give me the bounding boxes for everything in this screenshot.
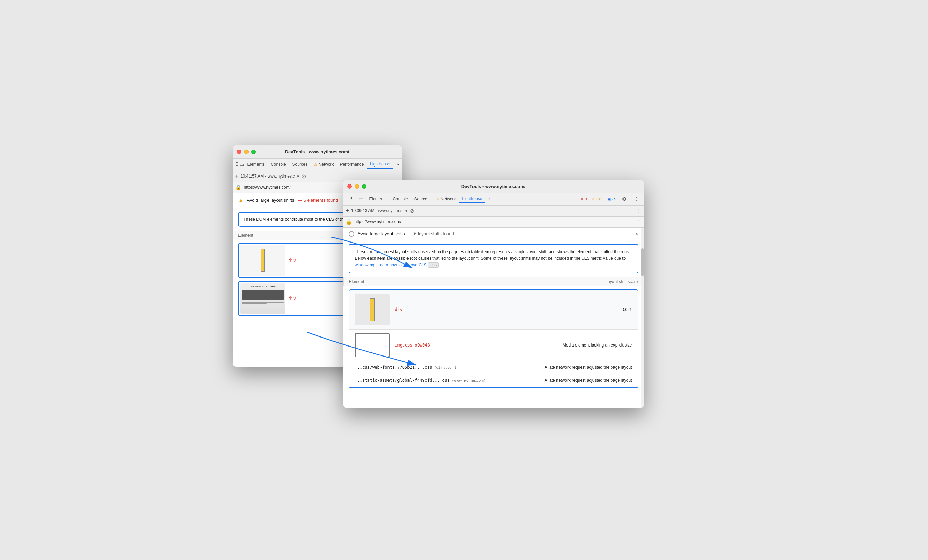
warning-icon-1: ⚠ xyxy=(314,162,317,167)
error-badge-2: ✕ 3 xyxy=(579,196,588,202)
tabs-bar-1: ⠿ ▭ Elements Console Sources ⚠ Network P… xyxy=(233,158,402,171)
audit-title-2: Avoid large layout shifts xyxy=(358,231,405,236)
tab-sources-1[interactable]: Sources xyxy=(290,161,310,168)
more-url-icon-2[interactable]: ⋮ xyxy=(636,208,641,213)
title-bar-2: DevTools - www.nytimes.com/ xyxy=(343,180,644,193)
tab-sources-2[interactable]: Sources xyxy=(412,195,432,203)
url-more-2[interactable]: ⋮ xyxy=(636,219,641,225)
scrollbar[interactable] xyxy=(641,228,644,408)
tab-more-1[interactable]: » xyxy=(394,161,401,168)
info-box-2: These are the largest layout shifts obse… xyxy=(349,244,638,274)
layout-shift-score: 0.021 xyxy=(621,307,632,312)
audit-count-2: — 6 layout shifts found xyxy=(409,231,454,236)
element-card-top: div 0.021 xyxy=(350,290,638,330)
table-header-2: Element Layout shift score xyxy=(343,277,644,286)
resource-row-1: ...css/web-fonts.7705b21....css (g1.nyt.… xyxy=(350,361,638,374)
dropdown-icon-1[interactable]: ▾ xyxy=(297,174,299,179)
settings-icon-2[interactable]: ⚙ xyxy=(620,194,629,204)
audit-circle-2 xyxy=(349,231,354,237)
element-thumb-2: The New York Times xyxy=(240,283,285,314)
traffic-lights-2 xyxy=(347,184,366,189)
resource-desc-1: A late network request adjusted the page… xyxy=(545,364,632,370)
tab-elements-1[interactable]: Elements xyxy=(245,161,267,168)
page-screenshot-thumb: The New York Times xyxy=(240,283,285,314)
audit-row-2[interactable]: Avoid large layout shifts — 6 layout shi… xyxy=(343,228,644,240)
traffic-lights-1 xyxy=(237,149,256,154)
session-time-1: 10:41:57 AM - www.nytimes.c xyxy=(241,174,295,179)
title-bar-1: DevTools - www.nytimes.com/ xyxy=(233,145,402,158)
minimize-button-2[interactable] xyxy=(355,184,359,189)
stop-icon-2[interactable]: ⊘ xyxy=(410,208,414,214)
chevron-up-icon: ∧ xyxy=(635,231,638,236)
sub-element-type: img.css-o9w048 xyxy=(395,343,430,347)
devtools-window-2: DevTools - www.nytimes.com/ ⠿ ▭ Elements… xyxy=(343,180,644,408)
sub-element-row: img.css-o9w048 Media element lacking an … xyxy=(350,330,638,361)
close-button-1[interactable] xyxy=(237,149,241,154)
window-title-1: DevTools - www.nytimes.com/ xyxy=(285,149,350,154)
nyt-icon-1: 🔒 xyxy=(235,184,241,190)
element-thumb-1 xyxy=(240,245,285,276)
url-text-2: https://www.nytimes.com/ xyxy=(355,219,401,224)
tab-lighthouse-2[interactable]: Lighthouse xyxy=(459,195,485,203)
minimize-button-1[interactable] xyxy=(244,149,249,154)
close-button-2[interactable] xyxy=(347,184,352,189)
cls-badge: CLS xyxy=(428,262,439,268)
nyt-icon-2: 🔒 xyxy=(346,219,352,225)
inspect-icon[interactable]: ⠿ xyxy=(235,160,239,169)
tab-network-1[interactable]: ⚠ Network xyxy=(311,161,337,168)
warning-badge-2: ⚠ 219 xyxy=(590,196,604,202)
audit-title-1: Avoid large layout shifts xyxy=(247,198,294,203)
window-title-2: DevTools - www.nytimes.com/ xyxy=(461,184,526,189)
sub-element-desc: Media element lacking an explicit size xyxy=(563,342,632,348)
sub-element-thumb xyxy=(355,333,389,357)
device-icon[interactable]: ▭ xyxy=(240,160,244,169)
warning-icon-2: ⚠ xyxy=(436,197,439,201)
resource-desc-2: A late network request adjusted the page… xyxy=(545,377,632,383)
tab-elements-2[interactable]: Elements xyxy=(367,195,389,203)
inspect-icon-2[interactable]: ⠿ xyxy=(346,194,356,204)
element-type-2: div xyxy=(288,296,296,301)
tab-network-2[interactable]: ⚠ Network xyxy=(433,195,459,203)
url-bar-2: 🔒 https://www.nytimes.com/ ⋮ xyxy=(343,217,644,228)
url-text-1: https://www.nytimes.com/ xyxy=(244,185,291,190)
resource-row-2: ...static-assets/global-f449cfd....css (… xyxy=(350,374,638,387)
resource-domain-2: (www.nytimes.com) xyxy=(452,378,485,382)
tabs-bar-2: ⠿ ▭ Elements Console Sources ⚠ Network L… xyxy=(343,193,644,205)
maximize-button-1[interactable] xyxy=(251,149,256,154)
audit-warning-icon-1: ▲ xyxy=(238,197,244,204)
tab-console-1[interactable]: Console xyxy=(268,161,289,168)
main-thumb xyxy=(355,294,389,325)
stop-icon-1[interactable]: ⊘ xyxy=(301,173,306,180)
element-card-main[interactable]: div 0.021 img.css-o9w048 Media element l… xyxy=(349,289,638,388)
tabs-right-2: ✕ 3 ⚠ 219 ▣ 75 ⚙ ⋮ xyxy=(579,194,641,204)
more-icon-2[interactable]: ⋮ xyxy=(632,194,641,204)
main-element-type: div xyxy=(395,307,403,312)
element-type-1: div xyxy=(288,258,296,263)
resource-path-1: ...css/web-fonts.7705b21....css xyxy=(355,365,432,370)
tab-performance-1[interactable]: Performance xyxy=(337,161,367,168)
tall-logo-thumb xyxy=(261,249,265,272)
resource-path-2: ...static-assets/global-f449cfd....css xyxy=(355,378,450,383)
session-time-2: 10:39:13 AM - www.nytimes. xyxy=(351,208,403,213)
tab-lighthouse-1[interactable]: Lighthouse xyxy=(367,160,393,169)
tab-more-2[interactable]: » xyxy=(485,195,493,203)
add-tab-2[interactable]: + xyxy=(346,208,349,214)
resource-domain-1: (g1.nyt.com) xyxy=(435,365,456,369)
dropdown-icon-2[interactable]: ▾ xyxy=(405,208,408,213)
windowing-link[interactable]: windowing xyxy=(355,263,374,267)
scrollbar-thumb[interactable] xyxy=(641,248,644,276)
tab-console-2[interactable]: Console xyxy=(390,195,411,203)
maximize-button-2[interactable] xyxy=(362,184,366,189)
info-badge-2: ▣ 75 xyxy=(606,196,617,202)
device-icon-2[interactable]: ▭ xyxy=(356,194,366,204)
audit-count-1: — 5 elements found xyxy=(298,198,338,203)
add-tab-1[interactable]: + xyxy=(235,173,238,179)
content-area-2: Avoid large layout shifts — 6 layout shi… xyxy=(343,228,644,408)
cls-link[interactable]: Learn how to improve CLS xyxy=(378,263,427,267)
address-bar-2: + 10:39:13 AM - www.nytimes. ▾ ⊘ ⋮ xyxy=(343,205,644,217)
